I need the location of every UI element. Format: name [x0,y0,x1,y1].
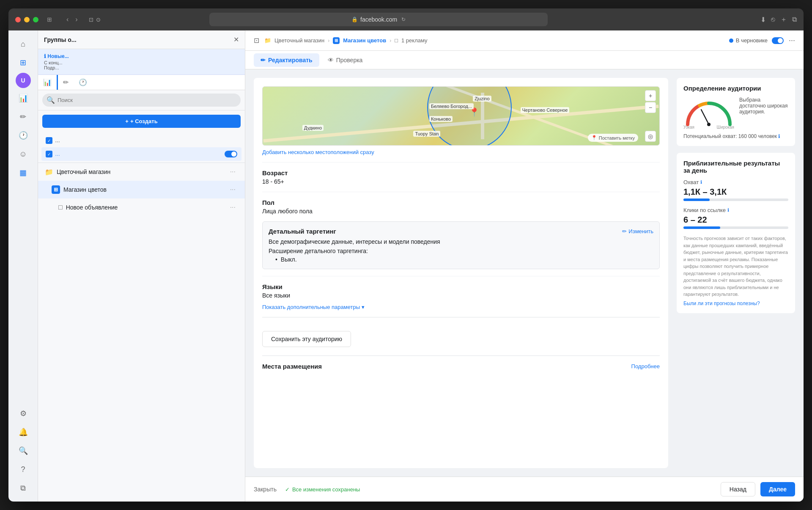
main-editor: ⊡ 📁 Цветочный магазин › ⊞ Магазин цветов… [245,30,804,502]
sidebar-item-grid[interactable]: ⊞ [15,54,32,71]
map-zoom-out[interactable]: − [645,102,656,113]
fb-icon: ⊞ [52,185,60,194]
more-options-button[interactable]: ··· [789,36,795,45]
placement-learn-more[interactable]: Подробнее [631,363,660,369]
sidebar-item-help[interactable]: ? [15,461,32,478]
campaign-info-banner: ℹ Новые... С конц... Подр... [38,49,245,75]
sidebar-item-search[interactable]: 🔍 [15,442,32,459]
folder-breadcrumb-icon: 📁 [264,37,271,44]
reach-result: Охват ℹ 1,1К – 3,1К [683,179,788,201]
tab-preview[interactable]: 👁 Проверка [321,53,370,67]
add-location-link[interactable]: Добавить несколько местоположений сразу [262,149,660,155]
close-link-button[interactable]: Закрыть [254,486,277,493]
map-my-location[interactable]: ◎ [645,131,656,142]
place-marker-label: Поставить метку [599,135,635,141]
back-button[interactable]: Назад [721,482,755,496]
map-label-dudkino: Дудкино [302,125,324,131]
breadcrumb-bar: ⊡ 📁 Цветочный магазин › ⊞ Магазин цветов… [245,30,804,51]
folder-more-campaign[interactable]: ··· [228,167,238,176]
sidebar-toggle-icon[interactable]: ⊡ [254,36,259,44]
new-tab-button[interactable]: ＋ [780,15,787,24]
search-box[interactable]: 🔍 [42,94,241,107]
sidebar-item-bell[interactable]: 🔔 [15,424,32,441]
save-audience-button[interactable]: Сохранить эту аудиторию [262,331,351,347]
nav-chart-icon[interactable]: 📊 [38,75,58,90]
list-item-2[interactable]: ✓ … [41,147,241,161]
minimize-traffic-light[interactable] [24,17,30,22]
ad-icon: □ [58,204,63,211]
breadcrumb-ads[interactable]: 1 рекламу [401,37,428,44]
draft-toggle[interactable] [772,37,784,44]
extensions-button[interactable]: ⧉ [792,15,797,24]
sidebar-item-settings[interactable]: ⚙ [15,405,32,422]
next-button[interactable]: Далее [760,482,795,496]
nav-clock-icon[interactable]: 🕐 [74,75,92,90]
placement-title: Места размещения [262,363,322,370]
sidebar-toggle-button[interactable]: ⊞ [44,14,55,25]
place-marker-icon: 📍 [591,135,597,141]
folder-icon: 📁 [45,168,53,176]
age-value: 18 - 65+ [262,178,660,185]
url-text: facebook.com [360,16,397,23]
share-button[interactable]: ⎋ [771,15,775,24]
sidebar-item-smiley[interactable]: ☺ [15,146,32,163]
close-traffic-light[interactable] [15,17,21,22]
result-disclaimer: Точность прогнозов зависит от таких факт… [683,235,788,298]
toggle-switch[interactable] [225,151,237,157]
maximize-traffic-light[interactable] [33,17,38,22]
checkbox-2[interactable]: ✓ [46,151,52,157]
sidebar-item-clock[interactable]: 🕐 [15,127,32,144]
map-label-belyaevo: Беляево Богород... [429,103,474,109]
sidebar-item-home[interactable]: ⌂ [15,36,32,52]
panel-close-button[interactable]: ✕ [233,36,239,44]
gender-value: Лица любого пола [262,208,660,215]
folder-more-ad[interactable]: ··· [228,203,238,212]
languages-value: Все языки [262,292,660,299]
campaign-panel-title: Группы о... [44,36,77,43]
create-button[interactable]: + + Создать [42,115,241,128]
tab-icon: ⊡ [89,17,93,23]
folder-more-adset[interactable]: ··· [228,185,238,194]
map-placeholder: 📍 Zjuzino Беляево Богород... Коньково Че… [263,87,659,145]
breadcrumb-adset[interactable]: Магазин цветов [343,37,386,44]
adset-icon: ⊞ [52,185,60,194]
checkbox-1[interactable]: ✓ [46,137,52,144]
targeting-header: Детальный таргетинг ✏ Изменить [269,228,653,235]
gender-label: Пол [262,199,660,206]
search-input[interactable] [58,97,236,103]
sidebar-item-pencil[interactable]: ✏ [15,108,32,125]
campaign-info-sub: С конц... [44,60,239,65]
back-nav-button[interactable]: ‹ [64,14,71,25]
folder-item-campaign[interactable]: 📁 Цветочный магазин ··· [38,163,245,181]
sidebar-item-layers[interactable]: ⧉ [15,480,32,496]
sidebar-item-chart[interactable]: 📊 [15,90,32,107]
targeting-edit-link[interactable]: ✏ Изменить [622,228,653,234]
ad-breadcrumb-icon: □ [395,37,398,44]
folder-item-ad[interactable]: □ Новое объявление ··· [38,198,245,216]
forward-nav-button[interactable]: › [73,14,80,25]
breadcrumb-campaign[interactable]: Цветочный магазин [274,37,324,44]
content-area: ⌂ ⊞ U 📊 ✏ 🕐 ☺ ▦ ⚙ 🔔 🔍 ? ⧉ Группы о... ✕ [8,30,804,502]
forecast-link[interactable]: Были ли эти прогнозы полезны? [683,300,788,306]
show-more-link[interactable]: Показать дополнительные параметры ▾ [262,304,660,310]
placement-section: Места размещения Подробнее [262,356,660,370]
address-bar[interactable]: 🔒 facebook.com ↻ [209,13,548,26]
sidebar-avatar[interactable]: U [16,73,31,88]
map-zoom-in[interactable]: + [645,90,656,101]
check-icon: ✓ [285,486,290,493]
nav-pencil-icon[interactable]: ✏ [58,75,74,90]
titlebar: ⊞ ‹ › ⊡ ⊙ 🔒 facebook.com ↻ ⬇ ⎋ ＋ ⧉ [8,8,804,30]
tab-edit[interactable]: ✏ Редактировать [254,53,319,67]
clicks-label: Клики по ссылке ℹ [683,207,788,213]
folder-item-adset[interactable]: ⊞ Магазин цветов ··· [38,181,245,198]
lock-icon: 🔒 [351,17,358,22]
editor-sidebar: Определение аудитории [677,78,795,468]
sidebar-item-table[interactable]: ▦ [15,164,32,181]
list-item-1[interactable]: ✓ … [41,134,241,147]
download-button[interactable]: ⬇ [760,15,766,24]
map-place-marker[interactable]: 📍 Поставить метку [588,134,638,142]
reload-icon[interactable]: ↻ [401,17,406,22]
plus-icon: + [125,118,129,124]
targeting-expansion-label: Расширение детального таргетинга: [269,248,653,254]
chevron-down-icon: ▾ [362,304,365,310]
